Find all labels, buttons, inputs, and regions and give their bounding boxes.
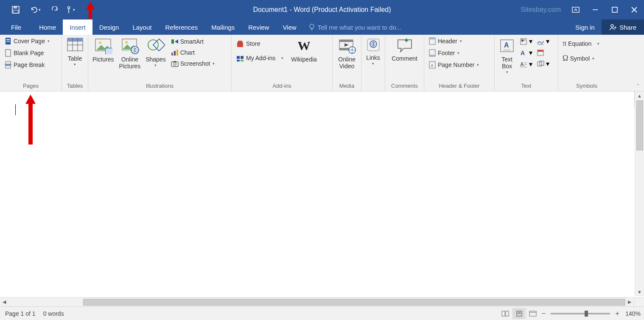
shapes-button[interactable]: Shapes ▾ [144,36,167,68]
document-canvas[interactable] [0,92,634,296]
shapes-icon [146,37,165,54]
tab-file[interactable]: File [0,19,32,35]
online-pictures-label: Online Pictures [119,56,141,70]
table-label: Table [68,55,82,62]
share-button[interactable]: Share [602,19,644,35]
symbol-button[interactable]: Ω Symbol▾ [561,53,601,64]
signature-line-button[interactable]: ▾ [535,36,551,46]
zoom-slider[interactable] [551,313,610,314]
redo-button[interactable] [48,3,62,16]
wordart-button[interactable]: A▾ [518,48,534,58]
cover-page-button[interactable]: Cover Page▾ [3,36,51,46]
wikipedia-button[interactable]: W Wikipedia [289,36,319,64]
horizontal-scrollbar[interactable]: ◀ ▶ [0,297,634,306]
zoom-in-button[interactable]: + [613,310,621,317]
tell-me-placeholder: Tell me what you want to do... [318,24,402,31]
scroll-up-button[interactable]: ▲ [635,92,644,100]
pictures-button[interactable]: Pictures [91,36,116,64]
touch-mode-button[interactable]: ▾ [63,3,77,16]
svg-text:A: A [521,50,525,56]
web-layout-button[interactable] [526,308,539,319]
svg-rect-47 [237,60,240,61]
tab-design[interactable]: Design [92,19,126,35]
vertical-scrollbar[interactable]: ▲ ▼ [635,92,644,296]
footer-label: Footer [438,50,455,56]
horizontal-scroll-track[interactable] [8,299,625,306]
zoom-level[interactable]: 140% [625,310,641,317]
svg-rect-50 [339,40,353,42]
tab-references[interactable]: References [158,19,204,35]
cover-page-icon [4,37,12,45]
footer-button[interactable]: Footer▾ [427,48,481,58]
print-layout-button[interactable] [512,308,525,319]
drop-cap-button[interactable]: A▾ [518,59,534,69]
tab-view[interactable]: View [276,19,303,35]
blank-page-label: Blank Page [14,50,44,56]
page-break-button[interactable]: Page Break [3,60,51,70]
page-break-label: Page Break [14,61,45,68]
table-button[interactable]: Table ▾ [65,36,85,67]
screenshot-button[interactable]: Screenshot▾ [169,59,217,68]
word-count[interactable]: 0 words [43,310,64,317]
maximize-icon [612,7,618,13]
zoom-out-button[interactable]: − [540,310,547,317]
zoom-slider-knob[interactable] [585,311,588,317]
links-button[interactable]: Links ▾ [364,36,383,66]
svg-rect-45 [237,56,240,59]
chart-label: Chart [180,49,195,56]
vertical-scroll-thumb[interactable] [636,100,643,150]
svg-text:A: A [520,61,524,67]
tab-review[interactable]: Review [241,19,276,35]
group-tables: Table ▾ Tables [62,35,88,91]
touch-icon [65,6,72,14]
smartart-button[interactable]: SmartArt [169,37,217,46]
tab-mailings[interactable]: Mailings [204,19,241,35]
scroll-right-button[interactable]: ▶ [625,298,634,306]
quick-parts-button[interactable]: ▾ [518,36,534,46]
tab-layout[interactable]: Layout [126,19,158,35]
my-addins-button[interactable]: My Add-ins ▾ [234,53,285,63]
wikipedia-icon: W [294,37,313,54]
addins-icon [236,54,244,62]
horizontal-scroll-thumb[interactable] [83,299,625,306]
read-mode-button[interactable] [499,308,512,319]
lightbulb-icon [308,23,315,31]
chart-button[interactable]: Chart [169,48,217,57]
save-button[interactable] [8,3,23,16]
equation-button[interactable]: π Equation ▾ [561,38,601,49]
header-button[interactable]: Header▾ [427,36,481,46]
object-button[interactable]: ▾ [535,59,551,69]
page-number-button[interactable]: # Page Number▾ [427,60,481,70]
tell-me-search[interactable]: Tell me what you want to do... [303,19,402,35]
page-indicator[interactable]: Page 1 of 1 [5,310,36,317]
ribbon-display-options-button[interactable] [566,1,585,18]
date-time-icon [537,49,544,56]
comment-button[interactable]: Comment [390,36,419,63]
scroll-left-button[interactable]: ◀ [0,298,8,306]
online-pictures-button[interactable]: Online Pictures [118,36,143,70]
svg-rect-37 [171,39,174,44]
svg-rect-80 [506,311,509,316]
group-header-footer-label: Header & Footer [424,82,494,91]
link-icon [366,37,381,53]
status-bar: Page 1 of 1 0 words − + 140% [0,306,644,320]
maximize-button[interactable] [605,1,624,18]
scroll-down-button[interactable]: ▼ [635,288,644,296]
store-button[interactable]: Store [234,39,285,48]
undo-button[interactable]: ▾ [28,3,42,16]
collapse-ribbon-button[interactable]: ˄ [637,83,640,89]
scroll-corner [634,297,644,306]
close-button[interactable] [624,1,644,18]
text-box-button[interactable]: A Text Box▾ [497,36,517,75]
minimize-button[interactable] [585,1,605,18]
tab-insert[interactable]: Insert [63,19,92,35]
sign-in-button[interactable]: Sign in [568,19,602,35]
blank-page-button[interactable]: Blank Page [3,48,51,58]
tab-home[interactable]: Home [32,19,63,35]
date-time-button[interactable] [535,48,551,57]
ribbon-options-icon [572,7,580,13]
svg-rect-21 [6,66,11,68]
online-video-button[interactable]: Online Video [336,36,358,70]
blank-page-icon [4,49,12,57]
group-text: A Text Box▾ ▾ A▾ A▾ ▾ ▾ Text [495,35,558,91]
